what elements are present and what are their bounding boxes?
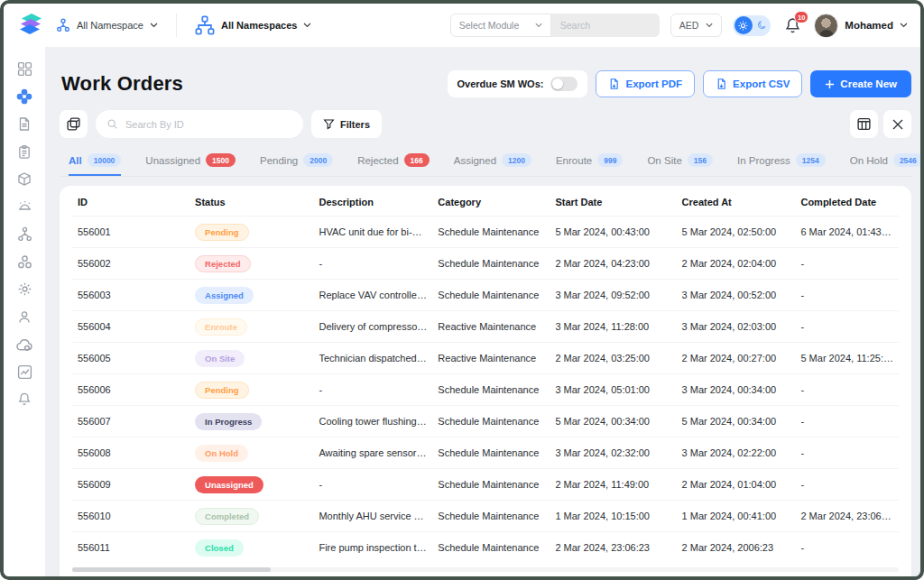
bell-icon xyxy=(17,391,32,407)
status-badge: Unassigned xyxy=(195,476,263,493)
hierarchy-icon xyxy=(195,15,215,35)
table-row[interactable]: 556002 Rejected - Schedule Maintenance 2… xyxy=(72,248,899,280)
overdue-toggle-group: Overdue SM WOs: xyxy=(448,70,588,97)
close-panel-button[interactable] xyxy=(883,110,911,138)
tab-count-badge: 1200 xyxy=(502,153,531,167)
app-logo-icon[interactable] xyxy=(16,12,45,39)
file-icon xyxy=(608,78,620,90)
app-window: All Namespace All Namespaces Select Modu… xyxy=(0,0,924,580)
navbar-divider xyxy=(176,14,177,37)
status-badge: Completed xyxy=(195,508,259,525)
alarm-icon xyxy=(17,199,32,214)
table-row[interactable]: 556004 Enroute Delivery of compressor oi… xyxy=(72,311,899,343)
cloud-icon xyxy=(16,337,32,352)
table-row[interactable]: 556008 On Hold Awaiting spare sensor for… xyxy=(72,437,899,469)
tab-rejected[interactable]: Rejected 166 xyxy=(357,153,430,176)
chevron-down-icon xyxy=(900,23,908,28)
tab-count-badge: 999 xyxy=(597,153,623,167)
notifications-button[interactable]: 10 xyxy=(781,14,803,36)
bulk-select-button[interactable] xyxy=(60,110,88,138)
column-header-id: ID xyxy=(72,186,189,216)
document-icon xyxy=(17,116,32,132)
hierarchy-icon xyxy=(56,18,70,32)
tab-in-progress[interactable]: In Progress 1254 xyxy=(737,153,826,176)
sidebar-item-alerts[interactable] xyxy=(14,199,35,215)
horizontal-scrollbar xyxy=(72,567,899,572)
sidebar xyxy=(4,47,45,576)
package-icon xyxy=(17,171,32,187)
table-search xyxy=(96,110,303,138)
export-csv-button[interactable]: Export CSV xyxy=(703,70,802,97)
sidebar-item-settings[interactable] xyxy=(14,281,35,297)
sidebar-item-work-orders[interactable] xyxy=(14,89,35,105)
table-row[interactable]: 556005 On Site Technician dispatched for… xyxy=(72,343,899,374)
table-row[interactable]: 556010 Completed Monthly AHU service com… xyxy=(72,501,899,532)
sidebar-item-checklist[interactable] xyxy=(14,144,35,160)
columns-button[interactable] xyxy=(850,110,878,138)
module-select[interactable]: Select Module xyxy=(450,14,551,37)
org-chart-icon xyxy=(17,226,32,242)
export-pdf-button[interactable]: Export PDF xyxy=(596,70,695,97)
sidebar-item-users[interactable] xyxy=(14,309,35,325)
chevron-down-icon xyxy=(150,23,158,28)
notification-badge: 10 xyxy=(794,11,808,23)
chevron-down-icon xyxy=(535,23,542,28)
sidebar-item-documents[interactable] xyxy=(14,116,35,132)
column-header-start-date: Start Date xyxy=(550,186,676,216)
theme-toggle[interactable] xyxy=(733,15,771,36)
sidebar-item-notifications[interactable] xyxy=(14,391,35,407)
sidebar-item-cloud-sync[interactable] xyxy=(14,336,35,352)
tab-assigned[interactable]: Assigned 1200 xyxy=(454,153,531,176)
table-row[interactable]: 556007 In Progress Cooling tower flushin… xyxy=(72,406,899,437)
tab-unassigned[interactable]: Unassigned 1500 xyxy=(145,153,236,176)
horizontal-scrollbar-thumb[interactable] xyxy=(72,567,271,572)
tab-all[interactable]: All 10000 xyxy=(69,153,121,176)
column-header-status: Status xyxy=(189,186,313,216)
group-gears-icon xyxy=(17,254,32,270)
namespace-selector-primary[interactable]: All Namespace xyxy=(56,18,158,32)
search-by-id-input[interactable] xyxy=(125,119,292,130)
tab-count-badge: 1500 xyxy=(206,153,236,167)
tab-pending[interactable]: Pending 2000 xyxy=(260,153,333,176)
user-icon xyxy=(17,309,32,325)
status-tabs: All 10000 Unassigned 1500 Pending 2000 R… xyxy=(60,153,911,177)
sidebar-item-hierarchy[interactable] xyxy=(14,226,35,242)
filters-button[interactable]: Filters xyxy=(311,110,382,138)
tab-on-hold[interactable]: On Hold 2546 xyxy=(850,153,920,176)
tab-on-site[interactable]: On Site 156 xyxy=(647,153,713,176)
plus-icon xyxy=(825,79,835,89)
status-badge: In Progress xyxy=(195,413,262,430)
chevron-down-icon xyxy=(706,23,713,28)
table-row[interactable]: 556006 Pending - Schedule Maintenance 3 … xyxy=(72,374,899,406)
namespace-selector-secondary[interactable]: All Namespaces xyxy=(195,15,311,35)
work-orders-icon xyxy=(16,88,32,105)
namespace-secondary-label: All Namespaces xyxy=(221,20,297,31)
namespace-primary-label: All Namespace xyxy=(77,20,143,31)
currency-select[interactable]: AED xyxy=(670,14,723,37)
sidebar-item-inventory[interactable] xyxy=(14,171,35,187)
sidebar-item-dashboard[interactable] xyxy=(14,61,35,77)
user-menu[interactable]: Mohamed xyxy=(814,14,908,38)
close-icon xyxy=(892,118,904,131)
status-badge: Rejected xyxy=(195,255,251,272)
columns-icon xyxy=(856,116,872,132)
column-header-completed-date: Completed Date xyxy=(795,186,899,216)
tab-enroute[interactable]: Enroute 999 xyxy=(556,153,623,176)
table-row[interactable]: 556009 Unassigned - Schedule Maintenance… xyxy=(72,469,899,501)
search-icon xyxy=(106,118,118,130)
avatar xyxy=(814,14,838,38)
sidebar-item-analytics[interactable] xyxy=(14,364,35,380)
currency-value: AED xyxy=(679,20,699,31)
user-name: Mohamed xyxy=(845,20,893,31)
overdue-toggle[interactable] xyxy=(550,77,578,91)
create-new-button[interactable]: Create New xyxy=(810,70,911,97)
chevron-down-icon xyxy=(303,23,311,28)
table-row[interactable]: 556011 Closed Fire pump inspection tick…… xyxy=(72,532,899,564)
table-row[interactable]: 556003 Assigned Replace VAV controller i… xyxy=(72,280,899,311)
table-footer: Total Records: 80 1 2 3 4 5 ... 50 xyxy=(72,572,899,576)
sidebar-item-teams[interactable] xyxy=(14,254,35,270)
work-orders-table: ID Status Description Category Start Dat… xyxy=(72,186,899,563)
global-search-input[interactable] xyxy=(551,14,660,37)
tab-count-badge: 166 xyxy=(404,153,430,167)
table-row[interactable]: 556001 Pending HVAC unit due for bi-ann…… xyxy=(72,216,899,248)
